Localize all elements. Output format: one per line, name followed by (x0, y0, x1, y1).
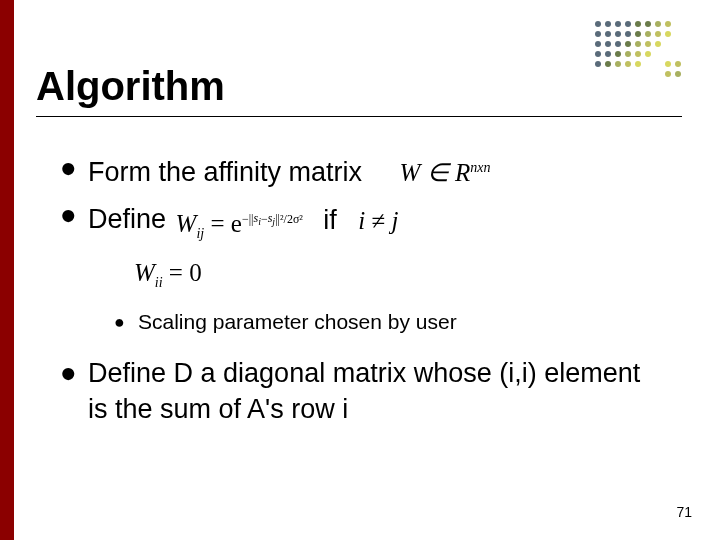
svg-point-9 (605, 31, 611, 37)
svg-point-32 (625, 61, 631, 67)
svg-point-5 (645, 21, 651, 27)
svg-point-1 (605, 21, 611, 27)
svg-point-14 (655, 31, 661, 37)
svg-point-16 (595, 41, 601, 47)
bullet-3: ● Define D a diagonal matrix whose (i,i)… (60, 355, 660, 427)
svg-point-36 (665, 71, 671, 77)
svg-point-10 (615, 31, 621, 37)
svg-point-31 (615, 61, 621, 67)
svg-point-19 (625, 41, 631, 47)
svg-point-4 (635, 21, 641, 27)
bullet-1: ● Form the affinity matrix W ∈ Rnxn (60, 150, 660, 191)
bullet-icon: ● (60, 150, 88, 186)
svg-point-25 (615, 51, 621, 57)
svg-point-18 (615, 41, 621, 47)
bullet-1-text: Form the affinity matrix (88, 157, 362, 187)
bullet-2-wii: Wii = 0 (134, 259, 660, 291)
bullet-2-condition: i ≠ j (358, 207, 398, 234)
title-underline (36, 116, 682, 117)
bullet-2-math-wij: Wij = e−||si−sj||²/2σ² (176, 210, 310, 237)
svg-point-2 (615, 21, 621, 27)
svg-point-34 (665, 61, 671, 67)
bullet-icon: ● (60, 355, 88, 391)
page-number: 71 (676, 504, 692, 520)
bullet-2: ● Define Wij = e−||si−sj||²/2σ² if i ≠ j (60, 197, 660, 248)
svg-point-12 (635, 31, 641, 37)
slide-title: Algorithm (36, 64, 225, 109)
svg-point-6 (655, 21, 661, 27)
svg-point-22 (655, 41, 661, 47)
svg-point-24 (605, 51, 611, 57)
svg-point-35 (675, 61, 681, 67)
bullet-icon: ● (114, 309, 138, 335)
svg-point-17 (605, 41, 611, 47)
svg-point-11 (625, 31, 631, 37)
bullet-icon: ● (60, 197, 88, 233)
bullet-1-math: W ∈ Rnxn (400, 159, 491, 186)
svg-point-7 (665, 21, 671, 27)
svg-point-30 (605, 61, 611, 67)
sub-bullet-1: ● Scaling parameter chosen by user (114, 309, 660, 335)
svg-point-26 (625, 51, 631, 57)
bullet-2-text: Define (88, 205, 166, 235)
bullet-3-text: Define D a diagonal matrix whose (i,i) e… (88, 355, 660, 427)
svg-point-8 (595, 31, 601, 37)
svg-point-33 (635, 61, 641, 67)
svg-point-21 (645, 41, 651, 47)
svg-point-23 (595, 51, 601, 57)
svg-point-27 (635, 51, 641, 57)
slide-content: ● Form the affinity matrix W ∈ Rnxn ● De… (60, 150, 660, 433)
corner-dot-decoration (592, 18, 688, 88)
svg-point-20 (635, 41, 641, 47)
bullet-2-if: if (323, 205, 337, 235)
svg-point-0 (595, 21, 601, 27)
svg-point-13 (645, 31, 651, 37)
svg-point-15 (665, 31, 671, 37)
svg-point-28 (645, 51, 651, 57)
left-red-bar (0, 0, 14, 540)
sub-bullet-1-text: Scaling parameter chosen by user (138, 309, 457, 335)
svg-point-3 (625, 21, 631, 27)
svg-point-29 (595, 61, 601, 67)
svg-point-37 (675, 71, 681, 77)
